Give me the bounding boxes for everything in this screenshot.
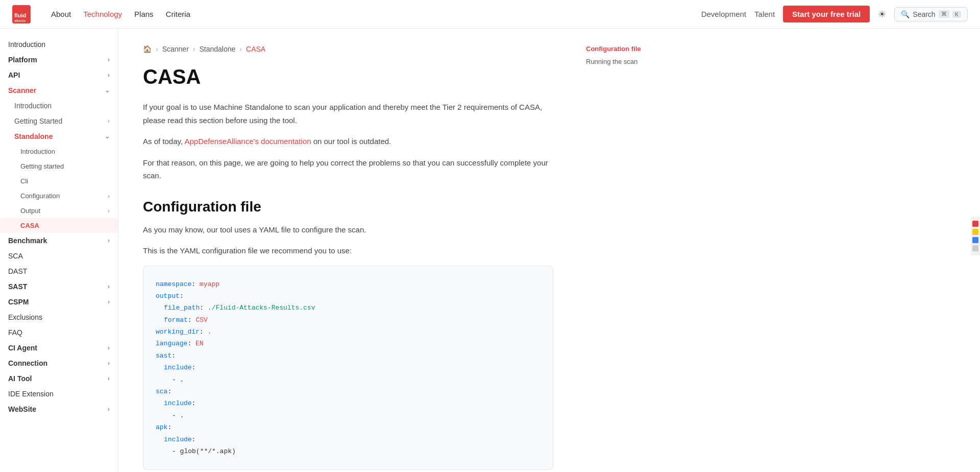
edge-indicators [971, 217, 980, 255]
breadcrumb-scanner[interactable]: Scanner [162, 45, 189, 53]
breadcrumb: 🏠 › Scanner › Standalone › CASA [143, 45, 553, 53]
sidebar-item-ide-extension[interactable]: IDE Extension [0, 386, 118, 402]
sidebar-item-cli[interactable]: Cli [0, 174, 118, 188]
sidebar-item-sast[interactable]: SAST › [0, 279, 118, 294]
config-section-title: Configuration file [143, 199, 553, 215]
intro-text-3: For that reason, on this page, we are go… [143, 156, 553, 182]
home-icon: 🏠 [143, 45, 152, 53]
sidebar-item-standalone[interactable]: Standalone ⌄ [0, 129, 118, 144]
toc-config-file[interactable]: Configuration file [586, 45, 672, 53]
chevron-right-icon: › [108, 72, 110, 79]
search-label: Search [913, 10, 935, 18]
sidebar: Introduction Platform › API › Scanner ⌄ … [0, 29, 118, 472]
chevron-right-icon: › [108, 193, 110, 200]
sidebar-item-casa[interactable]: CASA [0, 218, 118, 233]
search-kbd1: ⌘ [939, 10, 949, 18]
sidebar-item-introduction-top[interactable]: Introduction [0, 37, 118, 52]
chevron-right-icon: › [108, 375, 110, 382]
logo[interactable]: fluid attacks [12, 5, 35, 23]
breadcrumb-current: CASA [246, 45, 265, 53]
config-text-2: This is the YAML configuration file we r… [143, 244, 553, 257]
topnav: fluid attacks About Technology Plans Cri… [0, 0, 980, 29]
sidebar-item-ai-tool[interactable]: AI Tool › [0, 371, 118, 386]
main-content: 🏠 › Scanner › Standalone › CASA CASA If … [118, 29, 578, 472]
sidebar-item-standalone-introduction[interactable]: Introduction [0, 144, 118, 159]
page-title: CASA [143, 65, 553, 88]
layout: Introduction Platform › API › Scanner ⌄ … [0, 29, 980, 472]
config-text-1: As you may know, our tool uses a YAML fi… [143, 223, 553, 237]
svg-text:fluid: fluid [14, 12, 26, 18]
edge-dot-blue [972, 237, 978, 243]
nav-talent[interactable]: Talent [754, 10, 775, 18]
sidebar-item-api[interactable]: API › [0, 67, 118, 83]
intro-text-1: If your goal is to use Machine Standalon… [143, 101, 553, 127]
chevron-right-icon: › [108, 207, 110, 215]
code-block: namespace: myapp output: file_path: ./Fl… [143, 266, 553, 470]
edge-dot-yellow [972, 229, 978, 235]
nav-criteria[interactable]: Criteria [166, 10, 190, 18]
chevron-right-icon: › [108, 283, 110, 290]
sidebar-item-cspm[interactable]: CSPM › [0, 294, 118, 310]
breadcrumb-sep1: › [156, 45, 158, 53]
chevron-down-icon: ⌄ [105, 87, 110, 94]
sidebar-item-getting-started[interactable]: Getting Started › [0, 113, 118, 129]
topnav-right: Development Talent Start your free trial… [701, 6, 968, 22]
chevron-right-icon: › [108, 360, 110, 367]
chevron-right-icon: › [108, 344, 110, 351]
nav-links: About Technology Plans Criteria [51, 10, 701, 18]
sidebar-item-platform[interactable]: Platform › [0, 52, 118, 67]
chevron-right-icon: › [108, 298, 110, 305]
sidebar-item-dast[interactable]: DAST [0, 264, 118, 279]
sidebar-item-website[interactable]: WebSite › [0, 402, 118, 417]
search-icon: 🔍 [901, 10, 910, 18]
sidebar-item-output[interactable]: Output › [0, 203, 118, 218]
sidebar-item-connection[interactable]: Connection › [0, 356, 118, 371]
breadcrumb-standalone[interactable]: Standalone [200, 45, 236, 53]
sidebar-item-benchmark[interactable]: Benchmark › [0, 233, 118, 248]
theme-toggle-button[interactable]: ☀ [878, 9, 886, 20]
right-toc: Configuration file Running the scan [578, 29, 680, 472]
sidebar-item-faq[interactable]: FAQ [0, 325, 118, 340]
sidebar-item-exclusions[interactable]: Exclusions [0, 310, 118, 325]
intro-text-2: As of today, AppDefenseAlliance's docume… [143, 135, 553, 148]
chevron-down-icon: ⌄ [105, 133, 110, 140]
sidebar-item-configuration[interactable]: Configuration › [0, 188, 118, 203]
nav-about[interactable]: About [51, 10, 71, 18]
edge-dot-red [972, 221, 978, 227]
logo-icon: fluid attacks [12, 5, 31, 23]
search-button[interactable]: 🔍 Search ⌘ K [894, 7, 968, 21]
breadcrumb-home[interactable]: 🏠 [143, 45, 152, 53]
breadcrumb-sep3: › [239, 45, 242, 53]
search-kbd2: K [952, 11, 961, 18]
sidebar-item-getting-started-sub[interactable]: Getting started [0, 159, 118, 174]
chevron-right-icon: › [108, 237, 110, 244]
nav-plans[interactable]: Plans [134, 10, 154, 18]
svg-text:attacks: attacks [14, 19, 26, 22]
appdefense-link[interactable]: AppDefenseAlliance's documentation [184, 137, 311, 146]
toc-running-scan[interactable]: Running the scan [586, 58, 672, 65]
sidebar-item-ci-agent[interactable]: CI Agent › [0, 340, 118, 356]
sidebar-item-scanner[interactable]: Scanner ⌄ [0, 83, 118, 98]
sidebar-item-scanner-introduction[interactable]: Introduction [0, 98, 118, 113]
nav-development[interactable]: Development [701, 10, 746, 18]
chevron-right-icon: › [108, 56, 110, 63]
nav-technology[interactable]: Technology [83, 10, 122, 18]
chevron-right-icon: › [108, 406, 110, 413]
breadcrumb-sep2: › [193, 45, 195, 53]
edge-dot-gray [972, 245, 978, 251]
sidebar-item-sca[interactable]: SCA [0, 248, 118, 264]
trial-button[interactable]: Start your free trial [783, 6, 870, 22]
chevron-right-icon: › [108, 117, 110, 125]
